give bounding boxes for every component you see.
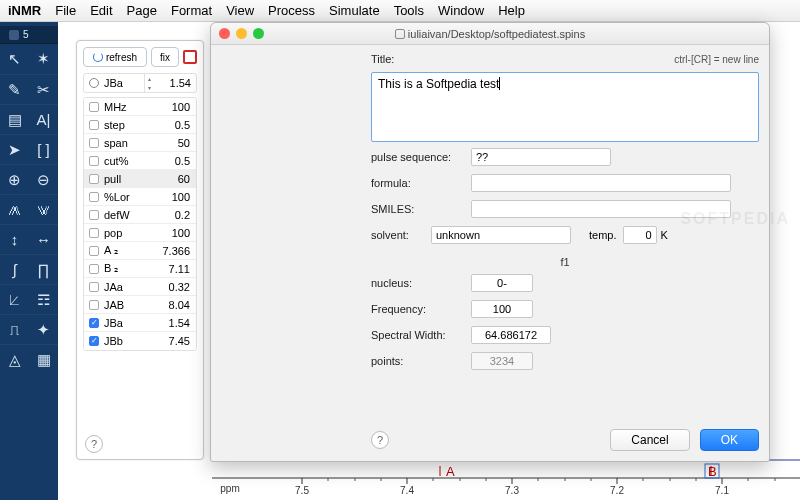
pulse-field[interactable]: ?? bbox=[471, 148, 611, 166]
brackets-icon[interactable]: [ ] bbox=[33, 139, 55, 161]
solvent-field[interactable]: unknown bbox=[431, 226, 571, 244]
param-selector-value: 1.54 bbox=[154, 77, 196, 89]
menu-page[interactable]: Page bbox=[127, 3, 157, 18]
param-selector[interactable]: JBa ▴▾ 1.54 bbox=[83, 73, 197, 93]
param-row[interactable]: step0.5 bbox=[84, 116, 196, 134]
frequency-field[interactable]: 100 bbox=[471, 300, 533, 318]
ok-button[interactable]: OK bbox=[700, 429, 759, 451]
menu-window[interactable]: Window bbox=[438, 3, 484, 18]
menu-format[interactable]: Format bbox=[171, 3, 212, 18]
text-icon[interactable]: A| bbox=[33, 109, 55, 131]
radio-icon[interactable] bbox=[89, 78, 99, 88]
arrow-icon[interactable]: ➤ bbox=[4, 139, 26, 161]
temp-field[interactable]: 0 bbox=[623, 226, 657, 244]
param-checkbox[interactable] bbox=[89, 120, 99, 130]
menu-help[interactable]: Help bbox=[498, 3, 525, 18]
param-checkbox[interactable] bbox=[89, 246, 99, 256]
refresh-button[interactable]: refresh bbox=[83, 47, 147, 67]
param-checkbox[interactable] bbox=[89, 264, 99, 274]
menu-view[interactable]: View bbox=[226, 3, 254, 18]
param-row[interactable]: JAa0.32 bbox=[84, 278, 196, 296]
wand-icon[interactable]: ✎ bbox=[4, 79, 26, 101]
spectral-width-field[interactable]: 64.686172 bbox=[471, 326, 551, 344]
param-label: JBb bbox=[104, 335, 154, 347]
close-icon[interactable] bbox=[9, 30, 19, 40]
param-checkbox[interactable] bbox=[89, 228, 99, 238]
param-row[interactable]: span50 bbox=[84, 134, 196, 152]
layers-icon[interactable]: ▤ bbox=[4, 109, 26, 131]
param-checkbox[interactable] bbox=[89, 300, 99, 310]
fit-icon[interactable]: ⟀ bbox=[4, 289, 26, 311]
grid-icon[interactable]: ▦ bbox=[33, 349, 55, 371]
peaks-down-icon[interactable]: ⩖ bbox=[33, 199, 55, 221]
integral-icon[interactable]: ∫ bbox=[4, 259, 26, 281]
menu-simulate[interactable]: Simulate bbox=[329, 3, 380, 18]
stepper[interactable]: ▴▾ bbox=[144, 74, 154, 92]
param-row[interactable]: JBb7.45 bbox=[84, 332, 196, 350]
contour-icon[interactable]: ◬ bbox=[4, 349, 26, 371]
param-row[interactable]: cut%0.5 bbox=[84, 152, 196, 170]
palette-tab-label: 5 bbox=[23, 29, 29, 40]
title-field[interactable]: This is a Softpedia test bbox=[371, 72, 759, 142]
param-value: 0.5 bbox=[154, 119, 196, 131]
smiles-field[interactable] bbox=[471, 200, 731, 218]
cancel-button[interactable]: Cancel bbox=[610, 429, 689, 451]
param-label: step bbox=[104, 119, 154, 131]
stop-button[interactable] bbox=[183, 50, 197, 64]
zoom-out-icon[interactable]: ⊖ bbox=[33, 169, 55, 191]
svg-text:7.4: 7.4 bbox=[400, 485, 414, 496]
param-checkbox[interactable] bbox=[89, 336, 99, 346]
spin-icon[interactable]: ✦ bbox=[33, 319, 55, 341]
dialog-titlebar[interactable]: iuliaivan/Desktop/softpediatest.spins bbox=[211, 23, 769, 45]
help-button[interactable]: ? bbox=[85, 435, 103, 453]
dialog-help-button[interactable]: ? bbox=[371, 431, 389, 449]
baseline-icon[interactable]: ∏ bbox=[33, 259, 55, 281]
param-checkbox[interactable] bbox=[89, 210, 99, 220]
param-row[interactable]: %Lor100 bbox=[84, 188, 196, 206]
param-value: 0.32 bbox=[154, 281, 196, 293]
param-row[interactable]: A ₂7.366 bbox=[84, 242, 196, 260]
param-row[interactable]: B ₂7.11 bbox=[84, 260, 196, 278]
param-checkbox[interactable] bbox=[89, 138, 99, 148]
param-row[interactable]: defW0.2 bbox=[84, 206, 196, 224]
zoom-in-icon[interactable]: ⊕ bbox=[4, 169, 26, 191]
param-checkbox[interactable] bbox=[89, 318, 99, 328]
pulse-label: pulse sequence: bbox=[371, 151, 471, 163]
param-label: JBa bbox=[104, 317, 154, 329]
document-icon bbox=[395, 29, 405, 39]
param-checkbox[interactable] bbox=[89, 282, 99, 292]
marker-a[interactable]: A bbox=[446, 464, 455, 479]
vruler-icon[interactable]: ↕ bbox=[4, 229, 26, 251]
hruler-icon[interactable]: ↔ bbox=[33, 229, 55, 251]
param-checkbox[interactable] bbox=[89, 192, 99, 202]
param-row[interactable]: pop100 bbox=[84, 224, 196, 242]
crosshair-icon[interactable]: ✶ bbox=[33, 48, 55, 70]
param-row[interactable]: JAB8.04 bbox=[84, 296, 196, 314]
formula-field[interactable] bbox=[471, 174, 731, 192]
scissors-icon[interactable]: ✂ bbox=[33, 79, 55, 101]
points-label: points: bbox=[371, 355, 471, 367]
cursor-icon[interactable]: ↖ bbox=[4, 48, 26, 70]
menu-file[interactable]: File bbox=[55, 3, 76, 18]
param-row[interactable]: pull60 bbox=[84, 170, 196, 188]
overlay-icon[interactable]: ☶ bbox=[33, 289, 55, 311]
menu-tools[interactable]: Tools bbox=[394, 3, 424, 18]
menu-process[interactable]: Process bbox=[268, 3, 315, 18]
fix-button[interactable]: fix bbox=[151, 47, 179, 67]
menu-edit[interactable]: Edit bbox=[90, 3, 112, 18]
palette-tab[interactable]: 5 bbox=[0, 26, 58, 44]
param-checkbox[interactable] bbox=[89, 156, 99, 166]
param-checkbox[interactable] bbox=[89, 174, 99, 184]
peaks-up-icon[interactable]: ⩕ bbox=[4, 199, 26, 221]
spectral-width-label: Spectral Width: bbox=[371, 329, 471, 341]
param-checkbox[interactable] bbox=[89, 102, 99, 112]
param-row[interactable]: JBa1.54 bbox=[84, 314, 196, 332]
marker-b[interactable]: B bbox=[708, 464, 717, 479]
param-row[interactable]: MHz100 bbox=[84, 98, 196, 116]
nucleus-field[interactable]: 0- bbox=[471, 274, 533, 292]
param-value: 100 bbox=[154, 227, 196, 239]
param-label: %Lor bbox=[104, 191, 154, 203]
pulse-icon[interactable]: ⎍ bbox=[4, 319, 26, 341]
smiles-label: SMILES: bbox=[371, 203, 471, 215]
param-value: 100 bbox=[154, 191, 196, 203]
